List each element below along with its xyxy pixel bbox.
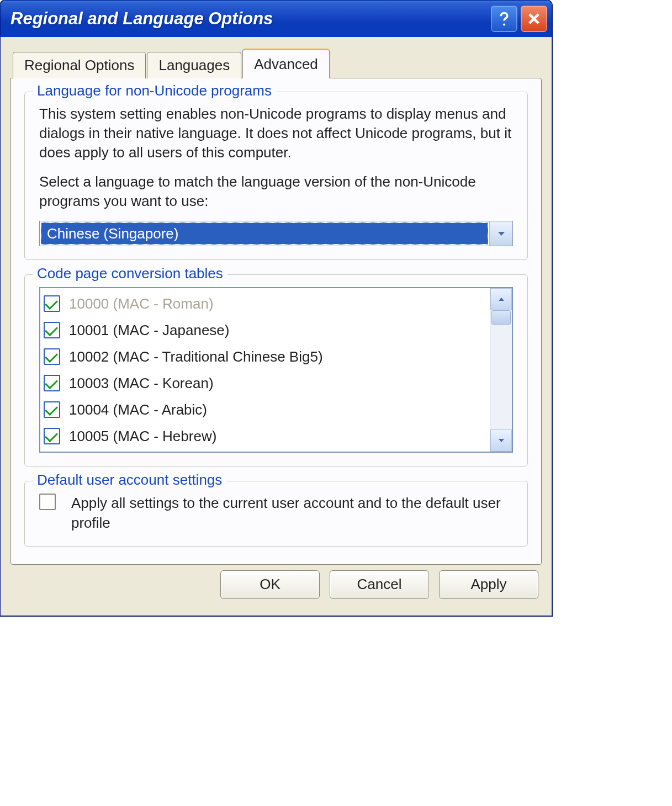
scroll-track[interactable] <box>490 310 512 429</box>
list-item-label: 10005 (MAC - Hebrew) <box>69 427 216 446</box>
close-icon <box>526 11 542 26</box>
close-button[interactable] <box>521 6 547 32</box>
tab-regional-options[interactable]: Regional Options <box>13 52 146 78</box>
codepage-list-inner: 10000 (MAC - Roman) 10001 (MAC - Japanes… <box>40 288 490 452</box>
tab-languages[interactable]: Languages <box>147 52 241 78</box>
list-item-label: 10000 (MAC - Roman) <box>69 294 214 314</box>
group-codepage-tables: Code page conversion tables 10000 (MAC -… <box>24 274 528 466</box>
titlebar[interactable]: Regional and Language Options <box>1 1 552 37</box>
checkbox[interactable] <box>44 295 60 312</box>
list-item[interactable]: 10001 (MAC - Japanese) <box>44 317 490 343</box>
list-item[interactable]: 10003 (MAC - Korean) <box>44 370 490 396</box>
help-button[interactable] <box>491 6 517 32</box>
chevron-down-icon <box>497 436 506 445</box>
tab-advanced[interactable]: Advanced <box>242 49 330 78</box>
language-combo[interactable]: Chinese (Singapore) <box>39 221 513 246</box>
codepage-listbox[interactable]: 10000 (MAC - Roman) 10001 (MAC - Japanes… <box>39 287 513 453</box>
scroll-up-button[interactable] <box>490 288 512 310</box>
group-legend: Language for non-Unicode programs <box>33 82 276 99</box>
client-area: Regional Options Languages Advanced Lang… <box>1 37 552 616</box>
scroll-thumb[interactable] <box>491 310 511 325</box>
list-item-label: 10002 (MAC - Traditional Chinese Big5) <box>69 347 323 367</box>
list-item[interactable]: 10004 (MAC - Arabic) <box>44 396 490 423</box>
group-legend: Default user account settings <box>33 471 226 489</box>
ok-button[interactable]: OK <box>220 570 320 599</box>
language-prompt: Select a language to match the language … <box>39 172 513 211</box>
group-language-non-unicode: Language for non-Unicode programs This s… <box>24 92 528 260</box>
svg-point-0 <box>503 23 505 25</box>
list-item-label: 10003 (MAC - Korean) <box>69 374 214 393</box>
help-icon <box>496 11 512 26</box>
chevron-down-icon <box>496 228 507 239</box>
scroll-down-button[interactable] <box>490 429 512 452</box>
scrollbar[interactable] <box>490 288 512 452</box>
apply-all-label: Apply all settings to the current user a… <box>71 494 513 532</box>
dialog-button-row: OK Cancel Apply <box>10 565 542 603</box>
cancel-button[interactable]: Cancel <box>330 570 429 599</box>
dialog-window: Regional and Language Options Regional O… <box>0 0 552 616</box>
checkbox[interactable] <box>44 348 60 365</box>
apply-button[interactable]: Apply <box>439 570 538 599</box>
window-title: Regional and Language Options <box>10 9 488 29</box>
apply-all-checkbox[interactable] <box>39 494 56 510</box>
list-item[interactable]: 10005 (MAC - Hebrew) <box>44 423 490 449</box>
language-combo-button[interactable] <box>489 221 512 246</box>
language-description: This system setting enables non-Unicode … <box>39 104 513 162</box>
checkbox[interactable] <box>44 428 60 444</box>
chevron-up-icon <box>497 295 506 304</box>
apply-all-settings-row[interactable]: Apply all settings to the current user a… <box>39 494 513 532</box>
list-item-label: 10004 (MAC - Arabic) <box>69 400 207 420</box>
list-item[interactable]: 10002 (MAC - Traditional Chinese Big5) <box>44 343 490 370</box>
checkbox[interactable] <box>44 322 60 338</box>
language-combo-selected: Chinese (Singapore) <box>41 222 488 245</box>
tab-row: Regional Options Languages Advanced <box>10 48 542 78</box>
group-legend: Code page conversion tables <box>33 265 227 282</box>
group-default-user-account: Default user account settings Apply all … <box>24 481 528 546</box>
list-item[interactable]: 10000 (MAC - Roman) <box>44 290 490 317</box>
tab-panel-advanced: Language for non-Unicode programs This s… <box>10 78 542 565</box>
checkbox[interactable] <box>44 401 60 418</box>
checkbox[interactable] <box>44 375 60 391</box>
list-item-label: 10001 (MAC - Japanese) <box>69 321 229 340</box>
